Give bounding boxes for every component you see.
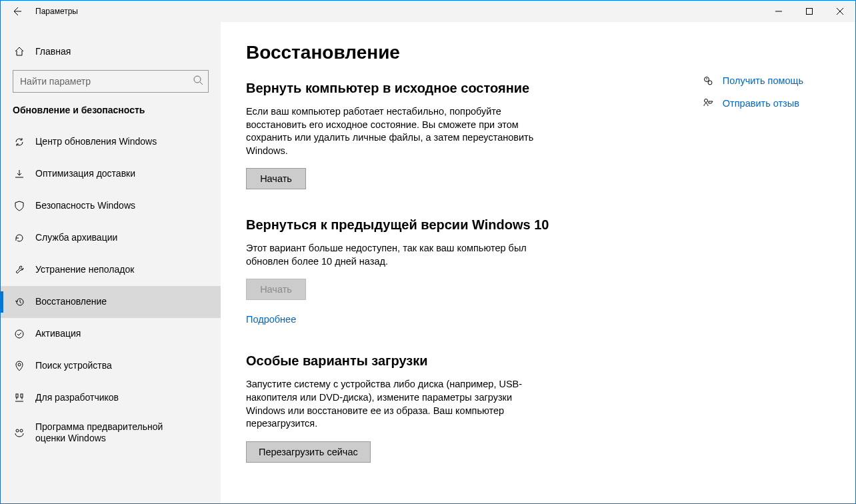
location-icon [13,361,26,371]
sidebar-item-label: Для разработчиков [35,392,119,404]
sidebar-item-find-device[interactable]: Поиск устройства [1,350,221,382]
back-button[interactable] [1,1,33,22]
sidebar-item-recovery[interactable]: Восстановление [1,286,221,318]
close-icon [837,8,843,15]
titlebar: Параметры [1,1,855,22]
sidebar-item-label: Восстановление [35,296,107,308]
svg-point-12 [704,99,707,103]
section-goback-text: Этот вариант больше недоступен, так как … [246,242,539,268]
sidebar-item-backup[interactable]: Служба архивации [1,222,221,254]
feedback-icon [701,98,715,109]
wrench-icon [13,265,26,275]
get-help-label: Получить помощь [723,75,803,86]
section-advanced-text: Запустите систему с устройства либо диск… [246,378,539,430]
maximize-icon [806,8,813,15]
clock-back-icon [13,297,26,307]
sidebar-item-label: Служба архивации [35,232,117,244]
sidebar-group-title: Обновление и безопасность [1,102,221,126]
give-feedback-link[interactable]: Отправить отзыв [701,98,803,109]
sidebar-item-insider-program[interactable]: Программа предварительной оценки Windows [1,414,221,451]
sidebar-item-for-developers[interactable]: Для разработчиков [1,382,221,414]
sidebar-item-label: Активация [35,328,81,340]
main-column: Восстановление Вернуть компьютер в исход… [246,42,673,490]
section-goback-title: Вернуться к предыдущей версии Windows 10 [246,217,673,233]
home-link[interactable]: Главная [1,38,221,65]
shield-icon [13,201,26,211]
help-icon: ? [701,75,715,86]
svg-point-8 [20,429,23,432]
svg-rect-5 [16,394,18,397]
minimize-icon [775,8,782,15]
search-wrap [13,70,209,93]
give-feedback-label: Отправить отзыв [723,98,799,109]
right-column: ? Получить помощь Отправить отзыв [701,42,830,490]
code-icon [13,393,26,403]
section-advanced-startup: Особые варианты загрузки Запустите систе… [246,353,673,462]
goback-start-button: Начать [246,279,306,300]
svg-point-3 [15,330,23,338]
restart-now-button[interactable]: Перезагрузить сейчас [246,441,371,463]
close-button[interactable] [825,1,855,22]
maximize-button[interactable] [794,1,825,22]
arrow-left-icon [11,6,22,17]
minimize-button[interactable] [763,1,794,22]
svg-point-1 [194,76,201,83]
svg-rect-0 [807,9,813,15]
sync-icon [13,137,26,147]
sidebar-item-troubleshoot[interactable]: Устранение неполадок [1,254,221,286]
home-icon [13,46,26,57]
section-reset: Вернуть компьютер в исходное состояние Е… [246,81,673,189]
sidebar-item-delivery-optimization[interactable]: Оптимизация доставки [1,158,221,190]
page-title: Восстановление [246,42,673,63]
svg-point-10 [708,81,712,85]
sidebar-nav: Центр обновления Windows Оптимизация дос… [1,126,221,451]
section-reset-title: Вернуть компьютер в исходное состояние [246,81,673,96]
reset-start-button[interactable]: Начать [246,168,306,189]
sidebar-item-activation[interactable]: Активация [1,318,221,350]
sidebar-item-label: Устранение неполадок [35,264,134,276]
section-advanced-title: Особые варианты загрузки [246,353,673,369]
home-label: Главная [35,46,71,57]
svg-rect-6 [21,394,23,397]
insider-icon [13,427,26,438]
search-icon [193,75,203,85]
goback-learn-more-link[interactable]: Подробнее [246,314,296,325]
search-input[interactable] [13,70,209,93]
content: Восстановление Вернуть компьютер в исход… [221,22,855,503]
sidebar: Главная Обновление и безопасность Центр … [1,22,221,503]
svg-point-4 [18,363,21,366]
sidebar-item-security[interactable]: Безопасность Windows [1,190,221,222]
svg-text:?: ? [705,77,707,81]
settings-window: Параметры Главная О [0,0,856,504]
section-goback: Вернуться к предыдущей версии Windows 10… [246,217,673,325]
sidebar-item-windows-update[interactable]: Центр обновления Windows [1,126,221,158]
sidebar-item-label: Поиск устройства [35,360,112,372]
section-reset-text: Если ваш компьютер работает нестабильно,… [246,105,539,157]
svg-point-7 [16,429,19,432]
get-help-link[interactable]: ? Получить помощь [701,75,803,86]
window-title: Параметры [33,7,78,16]
check-circle-icon [13,329,26,339]
sidebar-item-label: Оптимизация доставки [35,168,135,180]
sidebar-item-label: Безопасность Windows [35,200,135,212]
sidebar-item-label: Центр обновления Windows [35,136,157,148]
sidebar-item-label: Программа предварительной оценки Windows [35,421,195,445]
backup-icon [13,233,26,243]
download-icon [13,169,26,179]
